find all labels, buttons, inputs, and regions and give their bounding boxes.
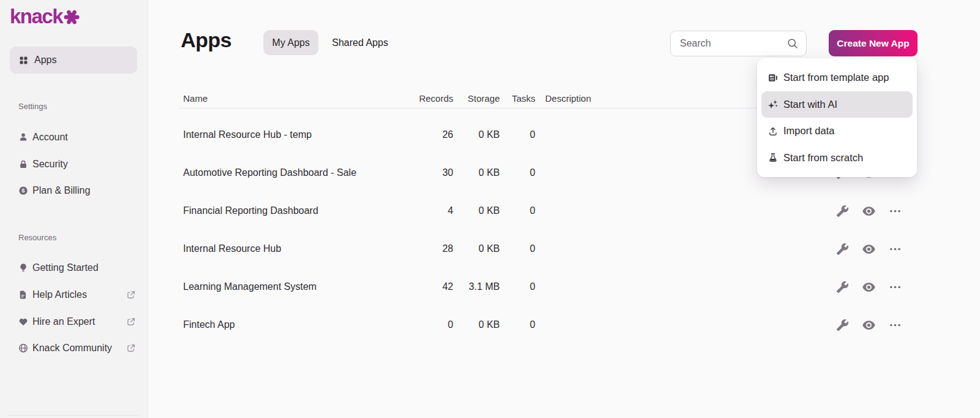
eye-icon	[862, 242, 876, 256]
menu-item-label: Start from template app	[783, 72, 889, 83]
app-tasks-cell: 0	[499, 268, 535, 306]
ellipsis-icon	[889, 319, 901, 331]
menu-item-start-from-template-app[interactable]: Start from template app	[761, 64, 913, 91]
sidebar-item-plan-billing[interactable]: $ Plan & Billing	[9, 180, 139, 201]
app-tasks-cell: 0	[499, 192, 535, 230]
column-header-description: Description	[545, 88, 591, 108]
search-box	[670, 31, 807, 56]
app-tasks-cell: 0	[499, 230, 535, 268]
external-link-icon	[127, 344, 135, 352]
external-link-icon	[127, 291, 135, 299]
sidebar: knack Apps Settings Account	[0, 0, 148, 418]
app-records-cell: 42	[411, 268, 453, 306]
menu-item-label: Import data	[783, 125, 834, 137]
sidebar-item-label: Hire an Expert	[32, 316, 95, 327]
sidebar-item-security[interactable]: Security	[9, 154, 139, 175]
column-header-name: Name	[183, 88, 208, 108]
sidebar-item-hire-an-expert[interactable]: Hire an Expert	[9, 311, 139, 332]
sidebar-item-help-articles[interactable]: Help Articles	[9, 284, 139, 305]
bulb-icon	[18, 263, 28, 273]
sidebar-item-knack-community[interactable]: Knack Community	[9, 338, 139, 359]
app-tasks-cell: 0	[499, 154, 535, 192]
row-actions	[833, 306, 904, 344]
svg-text:$: $	[21, 187, 25, 194]
main-content: Apps My Apps Shared Apps Create New App …	[148, 0, 980, 418]
app-records-cell: 0	[411, 306, 453, 344]
app-name-cell: Automotive Reporting Dashboard - Sale	[183, 154, 356, 192]
row-actions	[833, 192, 904, 230]
flask-icon	[768, 153, 778, 162]
more-options-button[interactable]	[886, 278, 904, 296]
view-app-eye-button[interactable]	[859, 240, 878, 258]
app-storage-cell: 0 KB	[457, 230, 500, 268]
more-options-button[interactable]	[886, 202, 904, 220]
builder-wrench-button[interactable]	[833, 240, 851, 258]
row-actions	[833, 268, 904, 306]
more-options-button[interactable]	[886, 316, 904, 334]
table-row[interactable]: Learning Management System 42 3.1 MB 0	[178, 268, 909, 306]
sidebar-section-settings: Settings	[18, 101, 47, 111]
view-app-eye-button[interactable]	[859, 202, 878, 220]
create-new-app-menu: Start from template app Start with AI Im…	[757, 58, 917, 177]
sidebar-item-label: Getting Started	[32, 262, 99, 273]
ellipsis-icon	[889, 243, 901, 255]
search-icon[interactable]	[786, 37, 799, 50]
document-icon	[18, 290, 28, 300]
app-storage-cell: 0 KB	[457, 192, 500, 230]
external-link-icon	[127, 317, 135, 326]
app-storage-cell: 0 KB	[457, 154, 500, 192]
knack-logo-text: knack	[10, 5, 62, 28]
app-records-cell: 30	[411, 154, 453, 192]
dollar-coin-icon: $	[18, 186, 28, 196]
sidebar-item-label: Plan & Billing	[32, 185, 90, 196]
app-records-cell: 28	[411, 230, 453, 268]
app-tasks-cell: 0	[499, 116, 535, 154]
table-row[interactable]: Financial Reporting Dashboard 4 0 KB 0	[178, 192, 909, 230]
table-row[interactable]: Internal Resource Hub 28 0 KB 0	[178, 230, 909, 268]
column-header-records: Records	[411, 88, 453, 108]
builder-wrench-button[interactable]	[833, 316, 851, 334]
table-row[interactable]: Fintech App 0 0 KB 0	[178, 306, 909, 344]
menu-item-start-from-scratch[interactable]: Start from scratch	[761, 145, 913, 172]
app-name-cell: Financial Reporting Dashboard	[183, 192, 318, 230]
sidebar-item-account[interactable]: Account	[9, 127, 139, 148]
view-app-eye-button[interactable]	[859, 316, 878, 334]
sidebar-item-getting-started[interactable]: Getting Started	[9, 257, 139, 278]
column-header-tasks: Tasks	[499, 88, 535, 108]
search-input[interactable]	[671, 38, 786, 49]
sidebar-item-label: Security	[32, 159, 68, 170]
builder-wrench-button[interactable]	[833, 278, 851, 296]
lock-icon	[18, 159, 28, 169]
knack-asterisk-icon	[64, 9, 80, 25]
sidebar-bottom-divider	[9, 415, 139, 416]
app-records-cell: 26	[411, 116, 453, 154]
app-name-cell: Internal Resource Hub	[183, 230, 281, 268]
app-name-cell: Internal Resource Hub - temp	[183, 116, 312, 154]
sidebar-item-label: Account	[32, 132, 68, 143]
builder-wrench-button[interactable]	[833, 202, 851, 220]
app-tasks-cell: 0	[499, 306, 535, 344]
eye-icon	[862, 280, 876, 294]
sidebar-item-apps[interactable]: Apps	[10, 47, 137, 74]
globe-icon	[18, 343, 28, 353]
row-actions	[833, 230, 904, 268]
sidebar-item-label: Knack Community	[32, 343, 112, 354]
more-options-button[interactable]	[886, 240, 904, 258]
tab-my-apps[interactable]: My Apps	[263, 30, 318, 55]
app-storage-cell: 0 KB	[457, 116, 500, 154]
menu-item-import-data[interactable]: Import data	[761, 118, 913, 145]
wrench-icon	[836, 281, 849, 294]
app-name-cell: Learning Management System	[183, 268, 317, 306]
app-name-cell: Fintech App	[183, 306, 235, 344]
app-storage-cell: 0 KB	[457, 306, 500, 344]
eye-icon	[862, 318, 876, 332]
knack-logo[interactable]: knack	[10, 5, 80, 28]
menu-item-label: Start with AI	[783, 99, 837, 110]
tab-shared-apps[interactable]: Shared Apps	[327, 30, 393, 55]
ellipsis-icon	[889, 205, 901, 217]
sidebar-item-label: Help Articles	[32, 289, 87, 300]
create-new-app-button[interactable]: Create New App	[829, 30, 918, 56]
view-app-eye-button[interactable]	[859, 278, 878, 296]
person-icon	[18, 132, 28, 142]
menu-item-start-with-ai[interactable]: Start with AI	[761, 91, 913, 118]
